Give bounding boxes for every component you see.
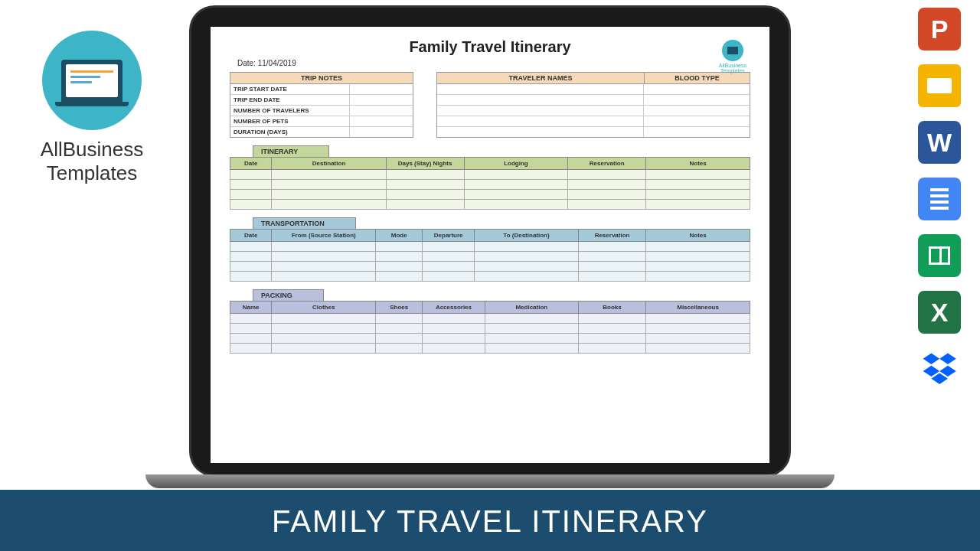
travelers-block: TRAVELER NAMES BLOOD TYPE <box>436 72 750 138</box>
doc-date: Date: 11/04/2019 <box>237 59 750 67</box>
google-docs-icon <box>918 178 961 220</box>
dropbox-icon <box>918 347 961 390</box>
laptop-base <box>145 474 835 488</box>
document-preview: Family Travel Itinerary AllBusinessTempl… <box>211 27 769 463</box>
doc-mini-logo: AllBusinessTemplates <box>719 40 746 73</box>
powerpoint-icon: P <box>918 8 961 51</box>
itinerary-section: ITINERARY Date Destination Days (Stay) N… <box>230 145 750 210</box>
trip-notes-block: TRIP NOTES TRIP START DATE TRIP END DATE… <box>230 72 413 138</box>
doc-title: Family Travel Itinerary <box>230 38 750 56</box>
laptop-mockup: Family Travel Itinerary AllBusinessTempl… <box>191 8 789 488</box>
bottom-banner: FAMILY TRAVEL ITINERARY <box>0 490 980 551</box>
packing-section: PACKING Name Clothes Shoes Accessories M… <box>230 289 750 354</box>
brand-logo-circle <box>42 31 142 130</box>
traveler-names-header: TRAVELER NAMES <box>437 73 645 84</box>
format-icons-column: P W X <box>918 8 961 390</box>
excel-icon: X <box>918 291 961 334</box>
blood-type-header: BLOOD TYPE <box>645 73 750 84</box>
brand-logo-text: AllBusinessTemplates <box>23 138 161 185</box>
packing-title: PACKING <box>253 289 324 301</box>
banner-title: FAMILY TRAVEL ITINERARY <box>272 504 708 539</box>
itinerary-table: Date Destination Days (Stay) Nights Lodg… <box>230 157 750 210</box>
transportation-section: TRANSPORTATION Date From (Source Station… <box>230 217 750 282</box>
brand-logo: AllBusinessTemplates <box>23 31 161 185</box>
packing-table: Name Clothes Shoes Accessories Medicatio… <box>230 301 750 354</box>
itinerary-title: ITINERARY <box>253 145 329 157</box>
google-sheets-icon <box>918 234 961 277</box>
transportation-title: TRANSPORTATION <box>253 217 356 229</box>
word-icon: W <box>918 121 961 164</box>
google-slides-icon <box>918 64 961 107</box>
trip-notes-header: TRIP NOTES <box>230 73 413 84</box>
transportation-table: Date From (Source Station) Mode Departur… <box>230 229 750 282</box>
